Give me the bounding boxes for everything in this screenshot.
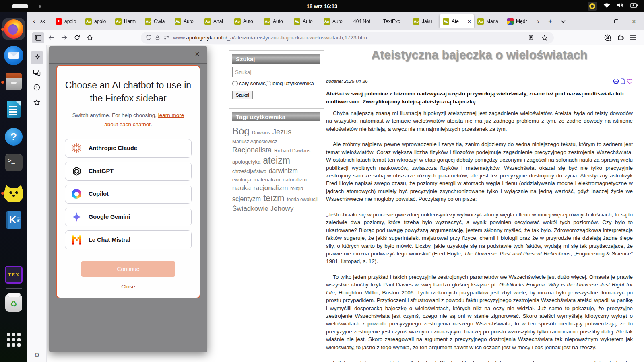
home-button[interactable] xyxy=(84,32,96,43)
system-tray[interactable] xyxy=(588,0,638,12)
tag-link[interactable]: Bóg xyxy=(232,125,250,137)
tag-link[interactable]: teoria ewolucji xyxy=(287,197,318,203)
browser-tab[interactable]: ApAuto xyxy=(171,14,201,28)
tag-link[interactable]: darwinizm xyxy=(269,167,298,175)
minimize-button[interactable]: – xyxy=(594,17,603,26)
browser-tab[interactable]: ApAuto xyxy=(261,14,291,28)
chatbot-option-chatgpt[interactable]: ChatGPT xyxy=(65,162,192,181)
maximize-button[interactable] xyxy=(612,17,621,26)
new-tab-button[interactable]: + xyxy=(545,16,555,27)
search-submit-button[interactable]: Szukaj xyxy=(232,91,253,99)
system-clock[interactable]: 18 wrz 16:13 xyxy=(0,0,644,12)
dock-firefox-icon[interactable] xyxy=(2,18,25,40)
chatbot-option-claude[interactable]: Anthropic Claude xyxy=(65,139,192,158)
browser-tab[interactable]: Mędr xyxy=(504,14,534,28)
pdf-icon[interactable] xyxy=(620,78,625,84)
browser-tab[interactable]: ApGwia xyxy=(142,14,171,28)
browser-tab[interactable]: Apapolo xyxy=(82,14,112,28)
sidebar-ai-chatbot-button[interactable] xyxy=(31,51,43,64)
back-button[interactable] xyxy=(45,32,57,43)
sidebar-bookmarks-button[interactable] xyxy=(31,96,43,109)
print-icon[interactable] xyxy=(613,78,619,84)
tag-link[interactable]: scjentyzm xyxy=(232,195,261,204)
tag-link[interactable]: teizm xyxy=(263,193,285,204)
dock-kile-icon[interactable]: Kile xyxy=(2,209,25,231)
tag-link[interactable]: ewolucja xyxy=(232,177,251,183)
browser-tab[interactable]: ApAuto xyxy=(291,14,320,28)
app-grid-button[interactable] xyxy=(7,333,21,347)
reader-mode-button[interactable] xyxy=(526,33,536,43)
radio-user-blog[interactable]: blog użytkownika xyxy=(266,80,314,86)
tray-battery-icon[interactable] xyxy=(630,2,638,10)
tab-list-dropdown-button[interactable] xyxy=(558,16,568,27)
sidebar-toggle-button[interactable] xyxy=(32,32,44,43)
tag-link[interactable]: materializm xyxy=(254,177,280,183)
permissions-icon[interactable] xyxy=(163,35,170,40)
chatbot-option-gemini[interactable]: Google Gemini xyxy=(65,208,192,226)
sidebar-synced-tabs-button[interactable] xyxy=(31,66,43,79)
heart-icon[interactable] xyxy=(627,79,633,84)
dock-terminal-icon[interactable]: >_ xyxy=(2,151,25,174)
browser-tab[interactable]: ApAuto xyxy=(320,14,350,28)
browser-tab[interactable]: apolo xyxy=(52,14,82,28)
tab-scroll-left-button[interactable]: ‹ xyxy=(30,15,39,27)
url-bar[interactable]: www.apologetyka.info/_a/ateizm/ateistycz… xyxy=(141,32,554,44)
dock-help-icon[interactable]: ? xyxy=(2,125,25,148)
tray-volume-icon[interactable] xyxy=(617,2,624,10)
chatbot-option-label: Anthropic Claude xyxy=(89,145,137,151)
url-text[interactable]: www.apologetyka.info/_a/ateizm/ateistycz… xyxy=(173,35,522,41)
dock-cat-icon[interactable] xyxy=(2,182,25,204)
tag-link[interactable]: Jezus xyxy=(272,128,291,137)
tag-link[interactable]: Świadkowie Jehowy xyxy=(232,204,293,213)
radio-whole-site-input[interactable] xyxy=(232,81,238,86)
tag-link[interactable]: nauka xyxy=(232,184,251,193)
account-button[interactable] xyxy=(601,32,613,43)
chatbot-option-copilot[interactable]: Copilot xyxy=(65,185,192,204)
browser-tab[interactable]: ApHarm xyxy=(112,14,142,28)
tray-screenshot-indicator-icon[interactable] xyxy=(588,2,597,11)
browser-tab[interactable]: ApAte× xyxy=(440,14,474,28)
extensions-button[interactable] xyxy=(614,32,626,43)
tab-close-button[interactable]: × xyxy=(468,18,471,25)
tag-link[interactable]: Racjonalista xyxy=(232,146,272,155)
menu-button[interactable] xyxy=(627,32,639,43)
tray-wifi-icon[interactable] xyxy=(603,2,611,10)
continue-button[interactable]: Continue xyxy=(81,261,175,277)
tab-scroll-right-button[interactable]: › xyxy=(534,15,543,27)
browser-tab[interactable]: sk xyxy=(39,14,52,28)
shield-icon[interactable] xyxy=(146,35,152,41)
radio-user-blog-input[interactable] xyxy=(266,81,271,86)
radio-whole-site[interactable]: cały serwis xyxy=(232,80,266,86)
dock-thunderbird-icon[interactable] xyxy=(2,44,25,67)
bookmark-star-button[interactable] xyxy=(539,33,550,43)
tag-link[interactable]: apologetyka xyxy=(232,159,260,166)
search-input[interactable] xyxy=(232,67,305,77)
reload-button[interactable] xyxy=(71,32,83,43)
tag-link[interactable]: ateizm xyxy=(263,155,290,167)
browser-tab[interactable]: ApAnal xyxy=(201,14,231,28)
close-window-button[interactable]: × xyxy=(630,17,638,26)
browser-tab[interactable]: ApMaria xyxy=(474,14,504,28)
browser-tab[interactable]: 404 Not xyxy=(350,14,380,28)
sidebar-history-button[interactable] xyxy=(31,81,43,94)
dock-libreoffice-icon[interactable] xyxy=(2,98,25,121)
dock-files-icon[interactable] xyxy=(2,71,25,93)
sidebar-settings-gear-icon[interactable]: ⚙ xyxy=(27,352,47,359)
dialog-close-link[interactable]: Close xyxy=(121,284,135,290)
lock-icon[interactable] xyxy=(155,35,160,41)
dialog-close-icon[interactable]: × xyxy=(195,50,200,58)
tag-link[interactable]: Richard Dawkins xyxy=(274,148,310,154)
tag-link[interactable]: racjonalizm xyxy=(253,184,288,193)
tag-link[interactable]: Mariusz Agnosiewicz xyxy=(232,139,277,145)
browser-tab[interactable]: ApJaku xyxy=(410,14,440,28)
tag-link[interactable]: chrześcijaństwo xyxy=(232,169,266,175)
chatbot-option-mistral[interactable]: Le Chat Mistral xyxy=(65,230,192,249)
browser-tab[interactable]: TextExc xyxy=(380,14,410,28)
tag-link[interactable]: naturalizm xyxy=(283,177,307,183)
browser-tab[interactable]: ApAuto xyxy=(231,14,261,28)
forward-button[interactable] xyxy=(58,32,70,43)
dock-trash-icon[interactable]: ♻ xyxy=(2,292,25,314)
dock-texmaker-icon[interactable]: TEX xyxy=(2,263,25,286)
tag-link[interactable]: Dawkins xyxy=(252,130,270,136)
tag-link[interactable]: religia xyxy=(290,186,303,192)
